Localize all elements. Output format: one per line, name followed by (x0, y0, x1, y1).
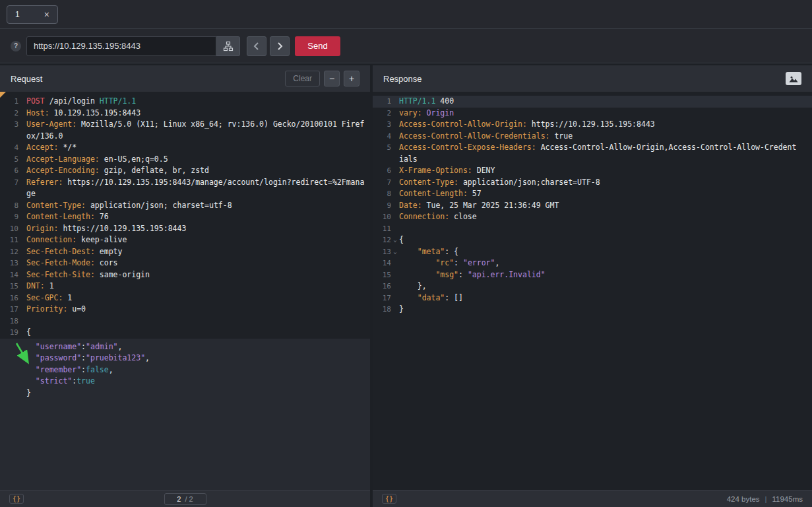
line-number (373, 154, 391, 166)
history-page-box[interactable]: 2 / 2 (164, 493, 206, 505)
code-line[interactable]: } (0, 388, 370, 399)
code-line[interactable]: "strict":true (0, 376, 370, 388)
code-token: , (109, 365, 113, 374)
sitemap-button[interactable] (216, 36, 240, 56)
code-line[interactable]: 8Content-Type: application/json; charset… (0, 200, 370, 212)
code-line[interactable]: 6Accept-Encoding: gzip, deflate, br, zst… (0, 165, 370, 177)
request-body-rows: "username":"admin", "password":"pruebita… (0, 341, 370, 399)
code-token (399, 293, 418, 302)
code-line[interactable]: 5Access-Control-Expose-Headers: Access-C… (373, 142, 812, 154)
code-line[interactable]: ge (0, 188, 370, 200)
request-editor[interactable]: 1POST /api/login HTTP/1.12Host: 10.129.1… (0, 92, 370, 490)
code-line[interactable]: 18} (373, 304, 812, 316)
code-line[interactable]: 11Connection: keep-alive (0, 234, 370, 246)
response-meta: 424 bytes | 11945ms (727, 495, 803, 503)
plus-button[interactable]: + (344, 71, 359, 86)
code-token: Date: (399, 201, 422, 210)
code-line[interactable]: 2Host: 10.129.135.195:8443 (0, 108, 370, 119)
code-line[interactable]: ox/136.0 (0, 131, 370, 143)
close-tab-icon[interactable]: × (44, 10, 49, 19)
prettify-request-button[interactable]: {} (9, 494, 24, 504)
code-line[interactable]: 17 "data": [] (373, 292, 812, 304)
send-button[interactable]: Send (295, 36, 340, 56)
code-line[interactable]: 13Sec-Fetch-Mode: cors (0, 257, 370, 269)
code-token: Sec-Fetch-Site: (26, 270, 95, 279)
code-line[interactable]: 17Priority: u=0 (0, 304, 370, 316)
code-line[interactable]: 6X-Frame-Options: DENY (373, 165, 812, 177)
code-token (399, 270, 435, 279)
fold-caret-icon[interactable]: ⌄ (391, 234, 399, 246)
code-line[interactable]: 10Origin: https://10.129.135.195:8443 (0, 223, 370, 235)
prettify-response-button[interactable]: {} (382, 494, 396, 504)
code-line[interactable]: 14Sec-Fetch-Site: same-origin (0, 269, 370, 281)
code-line[interactable]: 9Content-Length: 76 (0, 211, 370, 223)
code-line[interactable]: 18 (0, 316, 370, 327)
code-text: Sec-Fetch-Site: same-origin (26, 269, 370, 281)
code-line[interactable]: 5Accept-Language: en-US,en;q=0.5 (0, 154, 370, 166)
history-forward-button[interactable] (270, 36, 290, 56)
code-line[interactable]: 1HTTP/1.1 400 (373, 96, 812, 108)
code-line[interactable]: 9Date: Tue, 25 Mar 2025 21:36:49 GMT (373, 200, 812, 212)
split-view: Request Clear − + 1POST /api/login HTTP/… (0, 63, 812, 507)
code-line[interactable]: 16 }, (373, 281, 812, 292)
line-number: 15 (373, 269, 391, 281)
line-number: 9 (373, 200, 391, 212)
fold-spacer (18, 376, 26, 388)
code-token: ge (26, 189, 36, 198)
fold-spacer (18, 154, 26, 166)
connection-info-icon[interactable]: ? (11, 41, 21, 51)
line-number: 11 (373, 223, 391, 235)
code-line[interactable]: 15 "msg": "api.err.Invalid" (373, 269, 812, 281)
tab-item[interactable]: 1 × (7, 5, 58, 24)
code-line[interactable]: "remember":false, (0, 364, 370, 376)
code-line[interactable]: 10Connection: close (373, 211, 812, 223)
code-text (26, 316, 370, 327)
code-line[interactable]: 1POST /api/login HTTP/1.1 (0, 96, 370, 108)
code-line[interactable]: 19{ (0, 327, 370, 339)
code-token: keep-alive (77, 235, 127, 244)
code-line[interactable]: 7Content-Type: application/json;charset=… (373, 177, 812, 189)
replay-window: 1 × ? Send Request (0, 0, 812, 507)
code-line[interactable]: "username":"admin", (0, 341, 370, 353)
response-editor[interactable]: 1HTTP/1.1 4002vary: Origin3Access-Contro… (373, 92, 812, 490)
code-line[interactable]: 4Accept: */* (0, 142, 370, 154)
code-line[interactable]: 15DNT: 1 (0, 281, 370, 292)
code-line[interactable]: 4Access-Control-Allow-Credentials: true (373, 131, 812, 143)
code-line[interactable]: ials (373, 154, 812, 166)
response-footer: {} 424 bytes | 11945ms (373, 490, 812, 507)
code-token: Access-Control-Allow-Credentials: (399, 131, 549, 141)
code-line[interactable]: 8Content-Length: 57 (373, 188, 812, 200)
code-line[interactable]: "password":"pruebita123", (0, 353, 370, 364)
code-token (399, 258, 435, 267)
code-token: u=0 (67, 304, 86, 314)
minus-button[interactable]: − (324, 71, 340, 86)
code-text: } (26, 388, 370, 399)
fold-caret-icon[interactable]: ⌄ (391, 246, 399, 258)
code-text: "password":"pruebita123", (26, 353, 370, 364)
code-token: false (86, 365, 109, 374)
code-text: }, (399, 281, 812, 292)
code-line[interactable]: 3Access-Control-Allow-Origin: https://10… (373, 119, 812, 131)
code-text: } (399, 304, 812, 316)
code-line[interactable]: 7Referer: https://10.129.135.195:8443/ma… (0, 177, 370, 189)
history-back-button[interactable] (247, 36, 266, 56)
code-line[interactable]: 2vary: Origin (373, 108, 812, 119)
code-line[interactable]: 14 "rc": "error", (373, 257, 812, 269)
code-text: Access-Control-Expose-Headers: Access-Co… (399, 142, 812, 154)
code-token: https://10.129.135.195:8443 (527, 119, 655, 129)
code-line[interactable]: 11 (373, 223, 812, 235)
line-number: 1 (373, 96, 391, 108)
code-token: 57 (468, 189, 482, 198)
code-token: , (145, 353, 150, 362)
code-text: "remember":false, (26, 364, 370, 376)
clear-button[interactable]: Clear (285, 71, 320, 86)
code-token: User-Agent: (26, 119, 77, 129)
render-image-button[interactable] (786, 72, 801, 85)
code-line[interactable]: 13⌄ "meta": { (373, 246, 812, 258)
url-input[interactable] (26, 36, 216, 56)
code-line[interactable]: 3User-Agent: Mozilla/5.0 (X11; Linux x86… (0, 119, 370, 131)
code-line[interactable]: 12⌄{ (373, 234, 812, 246)
code-line[interactable]: 12Sec-Fetch-Dest: empty (0, 246, 370, 258)
code-text: Accept-Language: en-US,en;q=0.5 (26, 154, 370, 166)
code-line[interactable]: 16Sec-GPC: 1 (0, 292, 370, 304)
